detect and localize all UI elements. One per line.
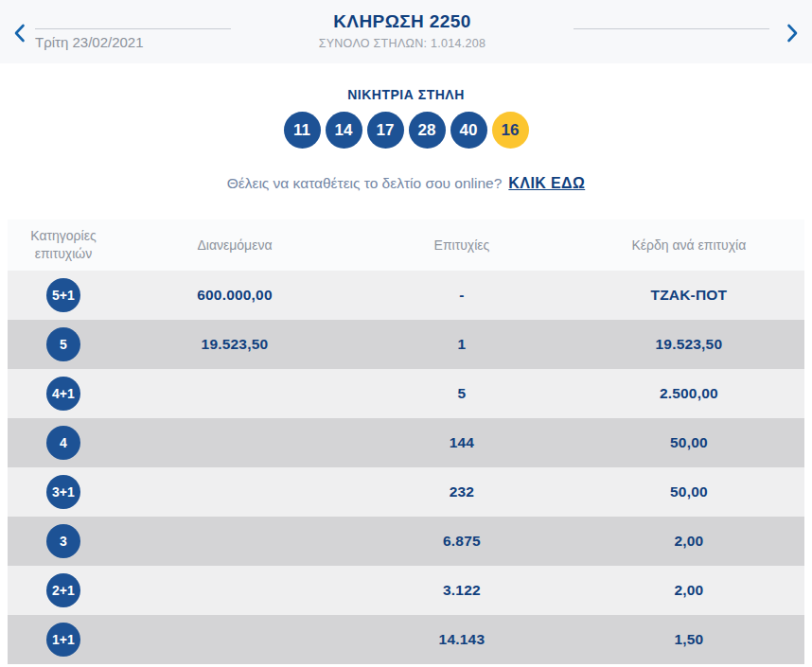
total-columns-value: 1.014.208 [431, 37, 485, 50]
cell-category: 4+1 [8, 377, 119, 411]
number-ball: 11 [284, 112, 321, 149]
column-header-distributed: Διανεμόμενα [119, 237, 350, 255]
draw-header: Τρίτη 23/02/2021 ΚΛΗΡΩΣΗ 2250 ΣΥΝΟΛΟ ΣΤΗ… [0, 0, 812, 63]
table-row: 36.8752,00 [8, 517, 804, 566]
draw-title: ΚΛΗΡΩΣΗ 2250 [246, 11, 558, 32]
table-row: 4+152.500,00 [8, 369, 804, 418]
results-table-header: Κατηγορίες επιτυχιών Διανεμόμενα Επιτυχί… [8, 219, 804, 271]
table-row: 2+13.1222,00 [8, 566, 804, 615]
balls-row: 111417284016 [0, 112, 812, 149]
table-row: 3+123250,00 [8, 467, 804, 517]
date-block: Τρίτη 23/02/2021 [35, 0, 231, 50]
cell-winners: 1 [350, 336, 574, 353]
cell-winners: 232 [350, 483, 574, 500]
cell-category: 3+1 [8, 475, 119, 509]
cell-prize: 19.523,50 [574, 336, 804, 353]
left-divider-line [35, 28, 231, 29]
table-row: 414450,00 [8, 418, 804, 467]
cell-category: 5 [8, 327, 119, 361]
column-header-prize: Κέρδη ανά επιτυχία [574, 237, 804, 255]
number-ball: 28 [409, 112, 446, 149]
total-columns-label: ΣΥΝΟΛΟ ΣΤΗΛΩΝ: [319, 37, 428, 50]
cell-prize: 2,00 [574, 533, 804, 550]
cell-distributed: 19.523,50 [119, 336, 350, 353]
prev-draw-button[interactable] [11, 22, 27, 44]
category-badge: 5+1 [46, 278, 80, 312]
cta-line: Θέλεις να καταθέτεις το δελτίο σου onlin… [0, 175, 812, 194]
cell-category: 2+1 [8, 573, 119, 607]
category-badge: 5 [46, 327, 80, 361]
category-badge: 1+1 [46, 623, 80, 657]
category-badge: 3+1 [46, 475, 80, 509]
total-columns: ΣΥΝΟΛΟ ΣΤΗΛΩΝ: 1.014.208 [246, 37, 558, 50]
cell-category: 5+1 [8, 278, 119, 312]
cell-winners: 5 [350, 385, 574, 402]
cell-prize: 2.500,00 [574, 385, 804, 402]
cell-winners: 14.143 [350, 631, 574, 648]
column-header-winners: Επιτυχίες [350, 237, 574, 255]
category-badge: 2+1 [46, 573, 80, 607]
click-here-link[interactable]: ΚΛΙΚ ΕΔΩ [508, 175, 585, 191]
column-header-categories: Κατηγορίες επιτυχιών [8, 227, 119, 263]
next-draw-button[interactable] [785, 22, 801, 44]
number-ball: 17 [367, 112, 404, 149]
cell-prize: 50,00 [574, 434, 804, 451]
joker-ball: 16 [492, 112, 529, 149]
category-badge: 3 [46, 524, 80, 558]
cell-winners: 6.875 [350, 533, 574, 550]
cell-prize: 1,50 [574, 631, 804, 648]
number-ball: 40 [450, 112, 487, 149]
cta-question: Θέλεις να καταθέτεις το δελτίο σου onlin… [227, 175, 503, 191]
number-ball: 14 [326, 112, 362, 149]
chevron-right-icon [786, 24, 799, 43]
cell-prize: 50,00 [574, 483, 804, 500]
right-divider-line [574, 28, 769, 29]
table-row: 519.523,50119.523,50 [8, 320, 804, 369]
draw-date: Τρίτη 23/02/2021 [35, 34, 231, 50]
draw-title-block: ΚΛΗΡΩΣΗ 2250 ΣΥΝΟΛΟ ΣΤΗΛΩΝ: 1.014.208 [246, 0, 558, 50]
cell-winners: 3.122 [350, 582, 574, 599]
cell-category: 3 [8, 524, 119, 558]
chevron-left-icon [13, 24, 26, 43]
table-row: 5+1600.000,00-ΤΖΑΚ-ΠΟΤ [8, 271, 804, 320]
table-row: 1+114.1431,50 [8, 615, 804, 664]
category-badge: 4+1 [46, 377, 80, 411]
cell-prize: ΤΖΑΚ-ΠΟΤ [574, 287, 804, 304]
cell-category: 1+1 [8, 623, 119, 657]
cell-winners: 144 [350, 434, 574, 451]
winning-column-title: ΝΙΚΗΤΡΙΑ ΣΤΗΛΗ [0, 87, 812, 102]
cell-category: 4 [8, 426, 119, 460]
category-badge: 4 [46, 426, 80, 460]
cell-winners: - [350, 287, 574, 304]
cell-prize: 2,00 [574, 582, 804, 599]
results-table: Κατηγορίες επιτυχιών Διανεμόμενα Επιτυχί… [8, 219, 804, 664]
results-rows: 5+1600.000,00-ΤΖΑΚ-ΠΟΤ519.523,50119.523,… [8, 271, 804, 664]
right-divider-block [574, 0, 769, 29]
cell-distributed: 600.000,00 [119, 287, 350, 304]
